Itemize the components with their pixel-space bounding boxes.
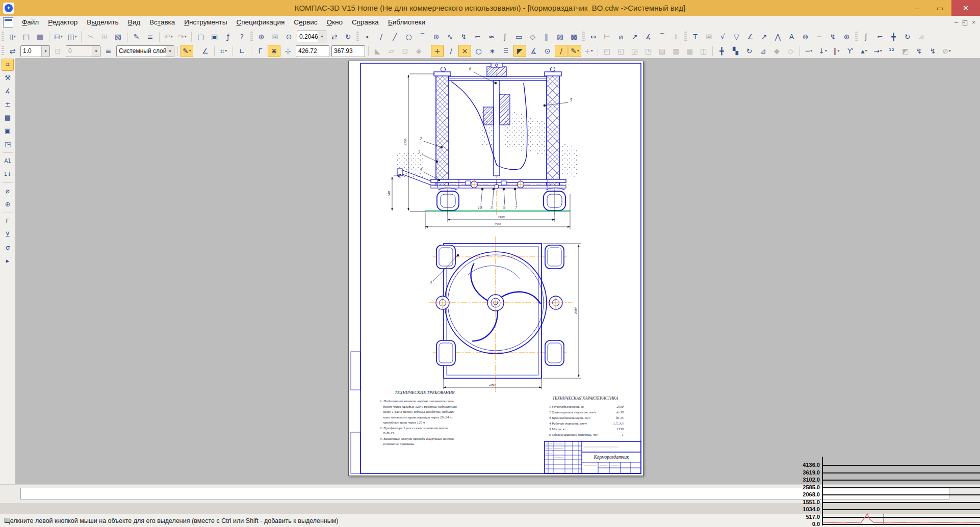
rotate-view-button[interactable]: ↻ <box>743 45 756 57</box>
centerline-tool[interactable]: ╌ <box>813 31 826 43</box>
spline-edit-tool[interactable]: ʃ <box>860 31 872 43</box>
auto-axis-tool[interactable]: ↯ <box>827 31 839 43</box>
reports-panel-icon[interactable]: ⌀ <box>2 185 14 197</box>
leader-tool[interactable]: ∠ <box>744 31 757 43</box>
snap-tangent-toggle[interactable]: ∕ <box>555 45 568 57</box>
designations-panel-icon[interactable]: ± <box>2 98 14 111</box>
menu-item-5[interactable]: Вставка <box>145 16 179 29</box>
undo-button-dropdown[interactable]: ▾ <box>171 31 173 42</box>
paste-button[interactable]: ▧ <box>112 31 124 43</box>
menu-item-4[interactable]: Вид <box>123 16 145 29</box>
dimensions-panel-icon[interactable]: ∡ <box>2 85 14 97</box>
datum-symbol-tool[interactable]: ▽ <box>730 31 743 43</box>
menu-item-10[interactable]: Справка <box>347 16 383 29</box>
menu-item-9[interactable]: Окно <box>322 16 347 29</box>
snap-line-toggle[interactable]: ∕ <box>445 45 457 57</box>
current-style-button-dropdown[interactable]: ▾ <box>189 45 191 57</box>
views-panel-icon[interactable]: A1 <box>2 155 14 167</box>
layer-name-combo-arrow[interactable]: ▾ <box>166 46 174 57</box>
new-document-button-dropdown[interactable]: ▾ <box>14 31 16 42</box>
ortho-mode-button[interactable]: Γ <box>254 45 267 57</box>
contour-tool[interactable]: ⌐ <box>471 31 484 43</box>
snap-rounding-toggle[interactable]: ⋇ <box>268 45 280 57</box>
context-help-button[interactable]: ? <box>236 31 248 43</box>
move-view-button[interactable]: ╋ <box>715 45 728 57</box>
diameter-dimension-tool[interactable]: ⌀ <box>614 31 627 43</box>
center-marker-tool[interactable]: ⊕ <box>840 31 853 43</box>
mdi-close-icon[interactable]: × <box>969 19 978 26</box>
fill-tool[interactable]: ▩ <box>568 31 580 43</box>
current-style-button[interactable]: ✎▾ <box>180 45 193 57</box>
datum-dimension-tool[interactable]: ⊥ <box>669 31 682 43</box>
document-windows-button[interactable]: ▢ <box>194 31 207 43</box>
rectangle-tool[interactable]: ▭ <box>512 31 525 43</box>
menu-item-6[interactable]: Инструменты <box>179 16 231 29</box>
editing-panel-icon[interactable]: ⚒ <box>2 72 14 84</box>
save-document-button[interactable]: ▦ <box>34 31 46 43</box>
measure-arrow-tool-dropdown[interactable]: ▾ <box>880 45 882 57</box>
pan-view-button[interactable]: ⇄ <box>328 31 341 43</box>
layers-manager-button[interactable]: ≡ <box>102 45 115 57</box>
measure-distance-tool[interactable]: ─▾ <box>803 45 815 57</box>
move-tool[interactable]: ╋ <box>887 31 900 43</box>
insertion-panel-icon[interactable]: ⊕ <box>2 198 14 210</box>
parametrization-panel-icon[interactable]: ▤ <box>2 112 14 124</box>
cursor-step-combo-arrow[interactable]: ▾ <box>41 46 49 57</box>
dimension-chain-tool[interactable]: ¹² <box>885 45 898 57</box>
measure-distance-tool-dropdown[interactable]: ▾ <box>810 45 812 57</box>
document-icon[interactable] <box>3 17 13 28</box>
polygon-tool[interactable]: ◇ <box>526 31 539 43</box>
geometry-panel-icon[interactable]: ⌗ <box>2 59 14 71</box>
snap-circle-toggle[interactable]: ○ <box>472 45 485 57</box>
print-preview-button-dropdown[interactable]: ▾ <box>75 31 77 42</box>
line-segment-tool[interactable]: ╱ <box>389 31 401 43</box>
snap-intersection-toggle[interactable]: × <box>458 45 471 57</box>
specification-button[interactable]: ≡ <box>144 31 157 43</box>
transform-view-button[interactable]: ⊿ <box>757 45 769 57</box>
measure-parallel-tool[interactable]: ∥▾ <box>830 45 843 57</box>
coordinates-icon[interactable]: ⊹ <box>281 45 294 57</box>
redo-button-dropdown[interactable]: ▾ <box>185 31 187 42</box>
circle-tool[interactable]: ○ <box>402 31 415 43</box>
text-tool[interactable]: T <box>689 31 702 43</box>
linear-dimension-tool[interactable]: ⊢ <box>601 31 613 43</box>
y-coordinate-field[interactable]: 367.93 <box>331 45 365 57</box>
style-pen-button[interactable]: ✎▾ <box>569 45 581 57</box>
fast-spline-tool[interactable]: ↯ <box>457 31 470 43</box>
command-input[interactable] <box>20 488 949 500</box>
macro-panel-icon[interactable]: Ϝ <box>2 215 14 227</box>
highlight-tool-2[interactable]: ↯ <box>926 45 939 57</box>
measure-branch-tool[interactable]: Ƴ <box>844 45 857 57</box>
layer-name-combo[interactable]: Системный слой▾ <box>116 45 174 57</box>
menu-item-3[interactable]: Выделить <box>82 16 123 29</box>
snap-grid-toggle[interactable]: ⠿ <box>500 45 512 57</box>
variables-window-button[interactable]: ▣ <box>208 31 221 43</box>
corner-tool[interactable]: ⌐ <box>873 31 886 43</box>
menu-item-11[interactable]: Библиотеки <box>383 16 430 29</box>
highlight-tool-1[interactable]: ↯ <box>913 45 925 57</box>
print-preview-button[interactable]: ◫▾ <box>66 31 79 43</box>
roughness-tool[interactable]: √ <box>716 31 729 43</box>
new-document-button[interactable]: ▯▾ <box>6 31 19 43</box>
measure-arrow-tool[interactable]: →▾ <box>871 45 884 57</box>
snap-point-toggle[interactable]: + <box>431 45 444 57</box>
arc-dimension-tool[interactable]: ⌒ <box>656 31 668 43</box>
auxiliary-line-tool[interactable]: ∕ <box>375 31 388 43</box>
weld-symbol-tool[interactable]: ⋀ <box>771 31 784 43</box>
stamp-panel-icon[interactable]: σ <box>2 242 14 254</box>
local-cs-button[interactable]: ∟ <box>236 45 248 57</box>
drawing-canvas[interactable]: 2380 580 2100 2520 6 5 2 3 1 <box>15 58 980 484</box>
welding-panel-icon[interactable]: ⊻ <box>2 228 14 241</box>
menu-item-1[interactable]: Файл <box>17 16 43 29</box>
zoom-scale-combo-arrow[interactable]: ▾ <box>318 31 326 42</box>
x-coordinate-field[interactable]: 426.72 <box>296 45 329 57</box>
point-tool[interactable]: ∙ <box>361 31 374 43</box>
style-pen-button-dropdown[interactable]: ▾ <box>577 45 579 57</box>
radial-dimension-tool[interactable]: ↗ <box>628 31 641 43</box>
specification-panel-icon[interactable]: 1↓ <box>2 168 14 180</box>
open-document-button[interactable]: ▤ <box>20 31 33 43</box>
drawing-sheet[interactable]: 2380 580 2100 2520 6 5 2 3 1 <box>348 61 643 476</box>
minimize-button[interactable]: – <box>906 0 929 16</box>
menu-item-7[interactable]: Спецификация <box>231 16 289 29</box>
refresh-view-button[interactable]: ↻ <box>342 31 354 43</box>
